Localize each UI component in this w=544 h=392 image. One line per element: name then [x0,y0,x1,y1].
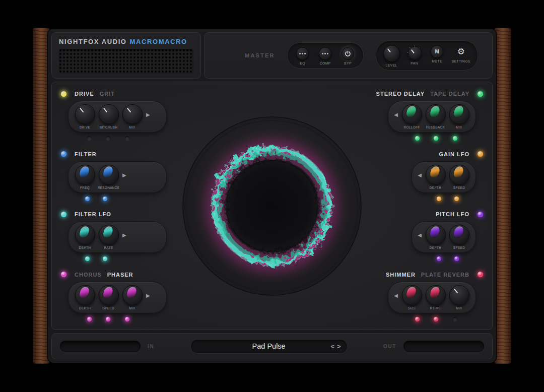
status-led [434,136,438,141]
module-chorus-phaser: CHORUSPHASERDEPTHSPEEDMIX▶ [60,271,167,321]
knob-row: DEPTHSPEED [424,225,471,249]
knob-resonance[interactable] [99,165,119,185]
module-prev-arrow-icon[interactable]: ◀ [393,112,399,117]
preset-name: Pad Pulse [191,342,347,350]
module-next-arrow-icon[interactable]: ▶ [145,293,151,298]
module-header: STEREO DELAYTAPE DELAY [375,90,484,97]
knob-depth[interactable] [75,285,95,305]
preset-next-button[interactable]: > [337,343,341,350]
knob-depth[interactable] [426,165,446,185]
tab-stereo-delay[interactable]: STEREO DELAY [376,91,425,97]
knob-pointer [79,226,89,239]
mute-button[interactable]: M [431,45,443,58]
knob-mix[interactable] [122,285,143,305]
knob-depth[interactable] [426,225,446,245]
knob-label: DEPTH [79,246,91,249]
knob-pointer [405,105,416,118]
knob-rolloff[interactable] [402,104,422,124]
module-gain-lfo: GAIN LFO◀DEPTHSPEED [412,151,484,201]
knob-pointer [79,165,89,178]
preset-prev-button[interactable]: < [330,343,334,350]
module-enable-led[interactable] [478,91,483,97]
status-led [106,136,110,141]
module-next-arrow-icon[interactable]: ▶ [121,172,127,178]
level-control: LEVEL [383,45,400,67]
module-header: DRIVEGRIT [60,90,167,97]
settings-button[interactable]: ⚙ [455,45,467,58]
knob-depth[interactable] [75,225,95,245]
module-titles: PITCH LFO [436,211,469,217]
tab-drive[interactable]: DRIVE [75,91,94,97]
knob-speed[interactable] [449,225,469,245]
module-header: GAIN LFO [438,151,484,158]
knob-mix[interactable] [449,104,469,124]
tab-plate-reverb[interactable]: PLATE REVERB [421,272,469,278]
module-led-row [424,256,471,261]
knob-bitcrush[interactable] [99,104,119,124]
module-enable-led[interactable] [61,151,66,157]
knob-pointer [103,108,107,113]
module-enable-led[interactable] [61,212,66,217]
status-led [453,136,457,141]
module-led-row [424,197,471,201]
tab-phaser[interactable]: PHASER [107,272,133,278]
knob-feedback[interactable] [426,104,446,124]
tab-filter-lfo: FILTER LFO [75,211,111,217]
knob-row: DEPTHSPEED [424,165,471,189]
brand-title: NIGHTFOX AUDIOMACROMACRO [59,38,193,45]
module-enable-led[interactable] [478,151,483,157]
knob-block: DEPTH [424,225,447,249]
knob-panel: ◀SIZERTIMEMIX [388,282,476,313]
knob-block: MIX [447,285,471,310]
knob-rtime[interactable] [426,285,446,305]
status-led [103,197,107,201]
bypass-label: BYP [344,61,352,65]
knob-speed[interactable] [99,285,119,305]
module-prev-arrow-icon[interactable]: ◀ [417,172,423,178]
status-led [85,256,90,261]
knob-rate[interactable] [99,225,119,245]
knob-label: MIX [129,306,135,310]
module-enable-led[interactable] [478,212,483,217]
level-knob[interactable] [383,45,400,62]
bypass-button[interactable] [342,47,354,60]
tab-chorus[interactable]: CHORUS [75,272,102,278]
tab-grit[interactable]: GRIT [100,91,115,97]
module-prev-arrow-icon[interactable]: ◀ [393,293,399,298]
knob-pointer [429,105,440,118]
status-led [87,136,92,141]
knob-panel: ◀DEPTHSPEED [412,161,476,193]
module-prev-arrow-icon[interactable]: ◀ [417,232,423,238]
preset-selector[interactable]: Pad Pulse < > [190,339,348,354]
tab-shimmer[interactable]: SHIMMER [386,272,416,278]
footer-bar: IN Pad Pulse < > OUT [51,333,493,359]
module-enable-led[interactable] [478,272,483,277]
tab-tape-delay[interactable]: TAPE DELAY [430,91,469,97]
knob-freq[interactable] [75,165,95,185]
module-filter-lfo: FILTER LFODEPTHRATE▶ [60,211,167,261]
comp-button[interactable] [319,47,331,60]
knob-pointer [453,226,463,239]
knob-block: DRIVE [73,104,97,129]
module-enable-led[interactable] [61,91,66,97]
knob-drive[interactable] [75,104,95,124]
device-rack: NIGHTFOX AUDIOMACROMACRO MASTER EQ [33,28,511,364]
status-led [454,256,459,261]
module-next-arrow-icon[interactable]: ▶ [145,112,151,117]
knob-size[interactable] [402,285,422,305]
knob-mix[interactable] [122,104,143,124]
knob-pointer [127,108,131,113]
header-row: NIGHTFOX AUDIOMACROMACRO MASTER EQ [51,32,493,79]
pan-knob[interactable] [408,46,422,60]
knob-mix[interactable] [449,285,469,305]
knob-pointer [80,108,84,113]
module-next-arrow-icon[interactable]: ▶ [121,232,127,238]
power-icon [345,50,351,57]
knob-speed[interactable] [449,165,469,185]
dots-icon [299,53,306,54]
knob-label: DEPTH [430,246,441,249]
eq-button[interactable] [296,47,309,60]
master-label: MASTER [245,52,275,58]
settings-label: SETTINGS [452,59,470,63]
module-enable-led[interactable] [61,272,66,277]
